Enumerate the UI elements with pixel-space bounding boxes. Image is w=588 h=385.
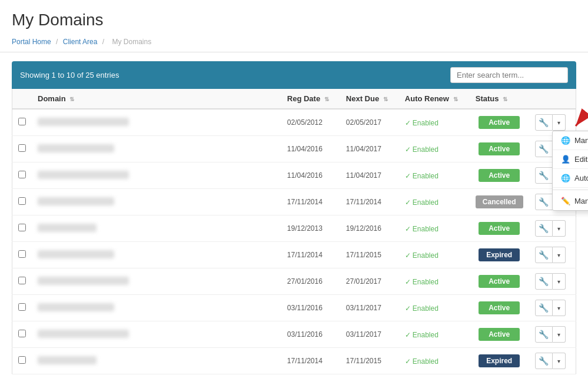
- auto-renew-cell: Enabled: [399, 109, 470, 136]
- domain-cell: [32, 162, 281, 189]
- row-checkbox-cell: [12, 321, 32, 348]
- status-cell: Expired: [470, 242, 529, 268]
- wrench-button[interactable]: 🔧: [535, 220, 553, 237]
- status-badge: Expired: [479, 354, 520, 367]
- header-next-due[interactable]: Next Due ⇅: [340, 89, 399, 109]
- row-checkbox-cell: [12, 295, 32, 321]
- row-checkbox[interactable]: [18, 118, 26, 125]
- search-input[interactable]: [450, 67, 568, 83]
- wrench-button[interactable]: 🔧: [535, 300, 553, 316]
- row-checkbox[interactable]: [18, 250, 26, 258]
- domain-cell: [32, 348, 281, 374]
- next-due-cell: 19/12/2016: [340, 215, 399, 242]
- dropdown-menu: 🌐 Manage Nameservers 👤 Edit Contact Info…: [552, 131, 588, 211]
- table-row: 11/04/2016 11/04/2017 Enabled Active 🔧 ▾: [12, 136, 576, 162]
- dropdown-toggle[interactable]: ▾: [553, 273, 566, 290]
- action-btn-group: 🔧 ▾ 🌐 Manage Nameservers 👤 Edit Contact …: [535, 114, 570, 131]
- row-checkbox[interactable]: [18, 197, 26, 205]
- table-footer: Show 10 25 50 100 entries Previous 1 2 3…: [12, 379, 576, 385]
- reg-date-cell: 11/04/2016: [281, 136, 340, 162]
- table-header-row: Domain ⇅ Reg Date ⇅ Next Due ⇅ Auto Rene…: [12, 89, 576, 109]
- auto-renew-status: Enabled: [405, 304, 438, 313]
- status-cell: Active: [470, 109, 529, 136]
- auto-renew-status: Enabled: [405, 278, 438, 286]
- auto-renew-status: Enabled: [405, 119, 438, 127]
- auto-renew-status: Enabled: [405, 198, 438, 207]
- row-checkbox[interactable]: [18, 330, 26, 337]
- page-title: My Domains: [0, 0, 588, 34]
- header-status[interactable]: Status ⇅: [470, 89, 529, 109]
- table-row: 03/11/2016 03/11/2017 Enabled Active 🔧 ▾: [12, 295, 576, 321]
- auto-renew-cell: Enabled: [399, 242, 470, 268]
- domain-cell: [32, 189, 281, 215]
- status-cell: Active: [470, 162, 529, 189]
- breadcrumb-sep1: /: [56, 38, 58, 46]
- auto-renew-status: Enabled: [405, 357, 438, 366]
- actions-cell: 🔧 ▾: [529, 348, 576, 374]
- auto-renew-sort-icon: ⇅: [453, 96, 458, 102]
- domain-name-blurred: [38, 197, 114, 205]
- menu-item-nameservers[interactable]: 🌐 Manage Nameservers: [553, 131, 588, 150]
- wrench-button[interactable]: 🔧: [535, 194, 553, 210]
- wrench-button[interactable]: 🔧: [535, 167, 553, 184]
- dropdown-toggle[interactable]: ▾: [553, 353, 566, 369]
- dropdown-toggle[interactable]: ▾: [553, 220, 566, 237]
- domain-cell: [32, 321, 281, 348]
- table-header-bar: Showing 1 to 10 of 25 entries: [12, 61, 576, 89]
- auto-renew-cell: Enabled: [399, 162, 470, 189]
- header-reg-date[interactable]: Reg Date ⇅: [281, 89, 340, 109]
- status-badge: Active: [479, 116, 520, 129]
- breadcrumb: Portal Home / Client Area / My Domains: [0, 34, 588, 52]
- row-checkbox[interactable]: [18, 144, 26, 152]
- row-checkbox[interactable]: [18, 356, 26, 364]
- menu-item-contact[interactable]: 👤 Edit Contact Information: [553, 150, 588, 169]
- header-auto-renew[interactable]: Auto Renew ⇅: [399, 89, 470, 109]
- status-cell: Expired: [470, 348, 529, 374]
- auto-renew-status: Enabled: [405, 225, 438, 233]
- auto-renew-cell: Enabled: [399, 348, 470, 374]
- row-checkbox[interactable]: [18, 303, 26, 311]
- next-due-cell: 11/04/2017: [340, 136, 399, 162]
- domain-cell: [32, 242, 281, 268]
- next-due-cell: 02/05/2017: [340, 109, 399, 136]
- menu-item-manage[interactable]: ✏️ Manage Domain: [553, 192, 588, 210]
- status-badge: Active: [479, 169, 520, 182]
- content-area: Showing 1 to 10 of 25 entries Domain ⇅ R…: [0, 52, 588, 385]
- wrench-button[interactable]: 🔧: [535, 141, 553, 157]
- row-checkbox-cell: [12, 109, 32, 136]
- header-domain[interactable]: Domain ⇅: [32, 89, 281, 109]
- row-checkbox[interactable]: [18, 277, 26, 284]
- row-checkbox-cell: [12, 242, 32, 268]
- renewal-globe-icon: 🌐: [561, 174, 570, 182]
- header-actions: [529, 89, 576, 109]
- auto-renew-cell: Enabled: [399, 295, 470, 321]
- menu-item-autorenewal[interactable]: 🌐 Auto Renewal Status: [553, 169, 588, 188]
- table-row: 27/01/2016 27/01/2017 Enabled Active 🔧 ▾: [12, 268, 576, 295]
- next-due-cell: 27/01/2017: [340, 268, 399, 295]
- auto-renew-status: Enabled: [405, 145, 438, 154]
- dropdown-toggle[interactable]: ▾: [553, 247, 566, 263]
- dropdown-toggle[interactable]: ▾: [553, 326, 566, 343]
- wrench-button[interactable]: 🔧: [535, 273, 553, 290]
- domains-table: Domain ⇅ Reg Date ⇅ Next Due ⇅ Auto Rene…: [12, 89, 576, 374]
- status-badge: Active: [479, 328, 520, 341]
- next-due-cell: 03/11/2017: [340, 321, 399, 348]
- wrench-button[interactable]: 🔧: [535, 326, 553, 343]
- next-due-cell: 17/11/2015: [340, 242, 399, 268]
- dropdown-toggle[interactable]: ▾: [553, 114, 566, 131]
- breadcrumb-portal-home[interactable]: Portal Home: [12, 38, 51, 46]
- row-checkbox-cell: [12, 189, 32, 215]
- breadcrumb-client-area[interactable]: Client Area: [63, 38, 98, 46]
- auto-renew-cell: Enabled: [399, 215, 470, 242]
- dropdown-toggle[interactable]: ▾: [553, 300, 566, 316]
- wrench-button[interactable]: 🔧: [535, 247, 553, 263]
- row-checkbox[interactable]: [18, 224, 26, 231]
- wrench-button[interactable]: 🔧: [535, 353, 553, 369]
- row-checkbox-cell: [12, 268, 32, 295]
- row-checkbox[interactable]: [18, 171, 26, 178]
- table-row: 03/11/2016 03/11/2017 Enabled Active 🔧 ▾: [12, 321, 576, 348]
- wrench-button[interactable]: 🔧: [535, 114, 553, 131]
- domain-name-blurred: [38, 224, 97, 232]
- row-checkbox-cell: [12, 162, 32, 189]
- reg-date-cell: 17/11/2014: [281, 348, 340, 374]
